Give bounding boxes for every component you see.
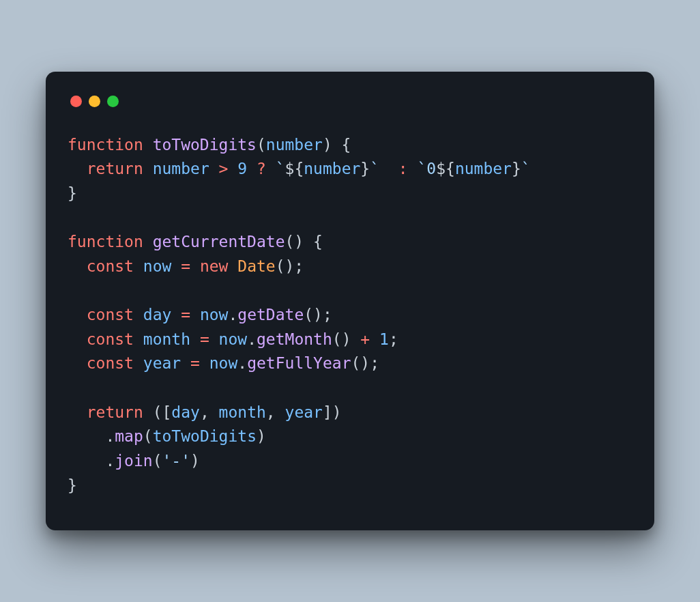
code-token: ${ xyxy=(436,160,455,177)
code-token: ( xyxy=(143,427,153,445)
code-token: = xyxy=(181,306,200,324)
code-token: = xyxy=(200,330,219,348)
code-token: day xyxy=(171,403,200,421)
code-token: now xyxy=(209,354,238,372)
code-token: month xyxy=(219,403,266,421)
code-token: = xyxy=(181,257,200,275)
code-token: ]) xyxy=(323,403,342,421)
code-token: + xyxy=(360,330,379,348)
code-token xyxy=(68,160,87,177)
code-token: 1 xyxy=(379,330,389,348)
code-token: (); xyxy=(351,354,379,372)
code-token: ` xyxy=(370,160,379,177)
code-window: function toTwoDigits(number) { return nu… xyxy=(46,72,654,531)
code-token: const xyxy=(87,306,143,324)
code-token: . xyxy=(228,306,237,324)
code-token: ` xyxy=(276,160,285,177)
close-icon[interactable] xyxy=(70,96,82,107)
code-token: ? xyxy=(257,160,276,177)
code-token: return xyxy=(87,403,153,421)
code-token: (); xyxy=(304,306,332,324)
code-token: . xyxy=(68,452,115,470)
code-token: getFullYear xyxy=(247,354,351,372)
code-token: . xyxy=(68,427,115,445)
code-token: month xyxy=(143,330,200,348)
code-token: ) xyxy=(257,427,266,445)
code-token: Date xyxy=(237,257,275,275)
code-token: getDate xyxy=(237,306,304,324)
minimize-icon[interactable] xyxy=(89,96,100,107)
code-token: year xyxy=(143,354,190,372)
code-token: now xyxy=(200,306,229,324)
code-token xyxy=(68,330,87,348)
code-token: join xyxy=(115,452,152,470)
code-token: ` xyxy=(521,160,531,177)
code-token: ${ xyxy=(285,160,304,177)
code-token: ; xyxy=(389,330,398,348)
code-token xyxy=(68,354,87,372)
code-token xyxy=(68,403,87,421)
code-token: const xyxy=(87,354,143,372)
code-token: , xyxy=(200,403,219,421)
code-token: . xyxy=(247,330,257,348)
code-token: : xyxy=(398,160,418,177)
code-block[interactable]: function toTwoDigits(number) { return nu… xyxy=(68,133,632,498)
code-token: . xyxy=(237,354,247,372)
code-token: } xyxy=(68,476,77,494)
code-token: number xyxy=(455,160,512,177)
code-token: number xyxy=(304,160,360,177)
code-token: now xyxy=(219,330,248,348)
code-token xyxy=(68,257,87,275)
code-token: return xyxy=(87,160,153,177)
code-token: () xyxy=(332,330,361,348)
code-token: > xyxy=(219,160,238,177)
code-token: year xyxy=(285,403,323,421)
code-token: ( xyxy=(257,136,266,154)
code-token: ) { xyxy=(323,136,351,154)
code-token: } xyxy=(68,184,77,202)
code-token: ( xyxy=(153,452,162,470)
code-token: = xyxy=(190,354,209,372)
code-token: now xyxy=(143,257,181,275)
code-token: const xyxy=(87,330,143,348)
code-token: day xyxy=(143,306,181,324)
code-token: getCurrentDate xyxy=(153,233,285,250)
code-token: getMonth xyxy=(257,330,332,348)
code-token xyxy=(379,160,398,177)
code-token: toTwoDigits xyxy=(153,427,257,445)
code-token: number xyxy=(153,160,219,177)
code-token: number xyxy=(266,136,323,154)
window-titlebar xyxy=(70,95,632,109)
zoom-icon[interactable] xyxy=(107,96,119,107)
code-token: , xyxy=(266,403,285,421)
code-token: () { xyxy=(285,233,323,250)
code-token: `0 xyxy=(417,160,436,177)
code-token xyxy=(68,306,87,324)
code-token: 9 xyxy=(237,160,257,177)
code-token: function xyxy=(68,136,153,154)
code-token: } xyxy=(360,160,370,177)
code-token: (); xyxy=(276,257,304,275)
code-token: map xyxy=(115,427,143,445)
code-token: new xyxy=(200,257,237,275)
code-token: ) xyxy=(190,452,200,470)
code-token: const xyxy=(87,257,143,275)
code-token: toTwoDigits xyxy=(153,136,257,154)
code-token: '-' xyxy=(162,452,191,470)
code-token: ([ xyxy=(153,403,172,421)
code-token: } xyxy=(512,160,521,177)
code-token: function xyxy=(68,233,153,250)
